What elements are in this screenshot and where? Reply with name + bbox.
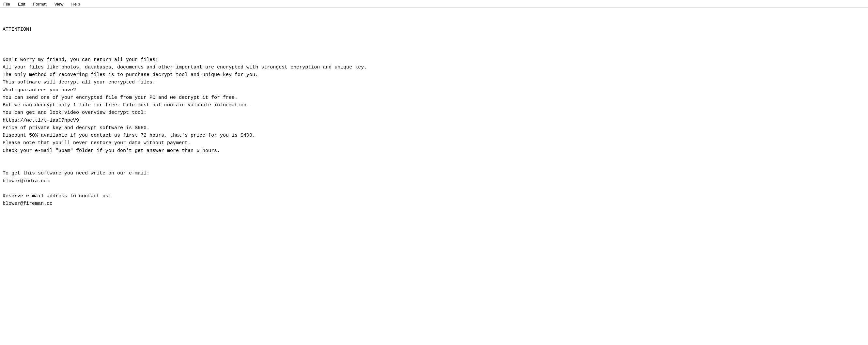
menu-view[interactable]: View [53,1,65,7]
menu-file[interactable]: File [2,1,11,7]
attention-heading: ATTENTION! [3,26,865,33]
menu-help[interactable]: Help [70,1,81,7]
menubar: File Edit Format View Help [0,0,868,8]
menu-edit[interactable]: Edit [17,1,26,7]
menu-format[interactable]: Format [32,1,48,7]
ransom-body: Don't worry my friend, you can return al… [3,48,865,207]
notepad-content: ATTENTION! Don't worry my friend, you ca… [0,8,868,218]
